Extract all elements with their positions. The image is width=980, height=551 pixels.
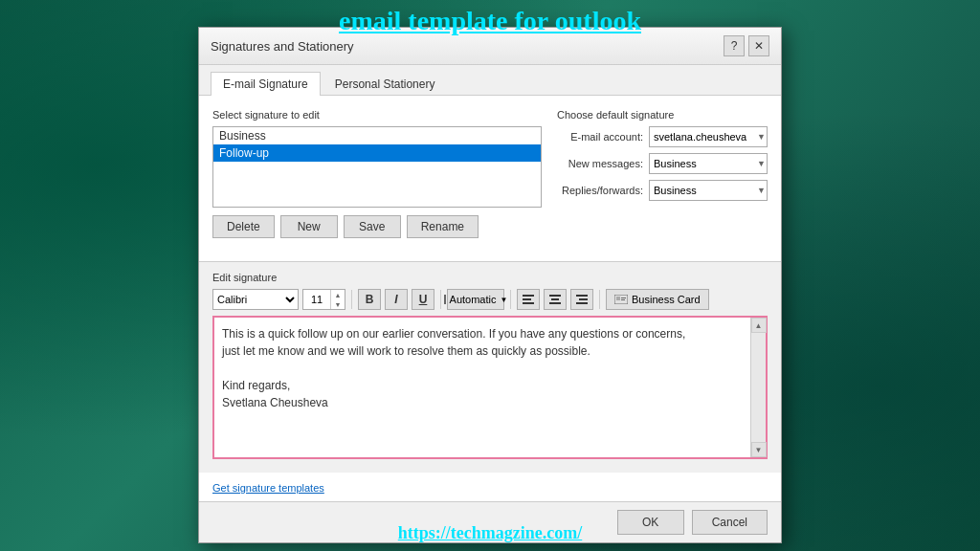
signature-list[interactable]: Business Follow-up xyxy=(212,126,542,208)
replies-select-wrapper: Business ▼ xyxy=(649,180,768,201)
svg-rect-0 xyxy=(523,295,534,297)
svg-rect-4 xyxy=(551,298,559,300)
font-select[interactable]: Calibri xyxy=(212,289,299,310)
biz-card-button[interactable]: Business Card xyxy=(606,289,709,310)
separator-2 xyxy=(440,290,441,309)
new-button[interactable]: New xyxy=(280,215,338,238)
replies-row: Replies/forwards: Business ▼ xyxy=(557,180,768,201)
svg-rect-1 xyxy=(523,298,531,300)
select-sig-label: Select signature to edit xyxy=(212,109,542,121)
sig-item-followup[interactable]: Follow-up xyxy=(213,144,541,162)
svg-rect-2 xyxy=(523,302,534,304)
scroll-track[interactable] xyxy=(751,333,766,442)
get-templates-link[interactable]: Get signature templates xyxy=(212,482,324,494)
email-account-select-wrapper: svetlana.cheusheva ▼ xyxy=(649,126,768,147)
color-swatch xyxy=(444,295,446,304)
replies-label: Replies/forwards: xyxy=(557,185,643,196)
svg-rect-6 xyxy=(576,295,588,297)
format-toolbar: Calibri ▲ ▼ B I U Automatic ▼ xyxy=(212,289,768,310)
email-account-select[interactable]: svetlana.cheusheva xyxy=(649,126,768,147)
biz-card-icon xyxy=(614,295,628,304)
size-down-arrow[interactable]: ▼ xyxy=(331,299,345,309)
biz-card-label: Business Card xyxy=(632,294,701,305)
align-left-button[interactable] xyxy=(517,289,540,310)
rename-button[interactable]: Rename xyxy=(407,215,479,238)
font-color-button[interactable]: Automatic ▼ xyxy=(447,289,504,310)
size-arrows: ▲ ▼ xyxy=(330,290,345,309)
svg-rect-12 xyxy=(621,299,625,300)
svg-rect-5 xyxy=(549,302,561,304)
editor-scrollbar: ▲ ▼ xyxy=(750,318,766,457)
color-arrow: ▼ xyxy=(501,296,508,304)
bold-button[interactable]: B xyxy=(358,289,381,310)
tab-personal-stationery[interactable]: Personal Stationery xyxy=(323,72,448,96)
left-panel: Select signature to edit Business Follow… xyxy=(212,109,542,248)
dialog-backdrop: Signatures and Stationery ? ✕ E-mail Sig… xyxy=(0,0,980,551)
help-button[interactable]: ? xyxy=(724,35,745,56)
sig-item-business[interactable]: Business xyxy=(213,127,541,144)
edit-sig-label: Edit signature xyxy=(212,272,768,283)
align-left-icon xyxy=(523,295,534,304)
svg-rect-8 xyxy=(576,302,588,304)
font-size-input[interactable] xyxy=(303,290,330,309)
scroll-up-arrow[interactable]: ▲ xyxy=(751,318,767,333)
close-button[interactable]: ✕ xyxy=(748,35,769,56)
separator-1 xyxy=(351,290,352,309)
signature-editor[interactable]: This is a quick follow up on our earlier… xyxy=(214,318,750,457)
new-messages-label: New messages: xyxy=(557,158,643,169)
scroll-down-arrow[interactable]: ▼ xyxy=(751,442,767,457)
svg-rect-11 xyxy=(621,298,626,298)
edit-signature-section: Edit signature Calibri ▲ ▼ B I U xyxy=(199,261,781,473)
save-button[interactable]: Save xyxy=(344,215,401,238)
tab-row: E-mail Signature Personal Stationery xyxy=(199,65,781,96)
svg-rect-7 xyxy=(579,298,588,300)
choose-default-label: Choose default signature xyxy=(557,109,768,121)
underline-button[interactable]: U xyxy=(412,289,434,310)
sig-button-row: Delete New Save Rename xyxy=(212,215,542,238)
delete-button[interactable]: Delete xyxy=(212,215,275,238)
tab-email-signature[interactable]: E-mail Signature xyxy=(211,72,321,96)
new-messages-row: New messages: Business ▼ xyxy=(557,153,768,174)
new-messages-select[interactable]: Business xyxy=(649,153,768,174)
dialog-window: Signatures and Stationery ? ✕ E-mail Sig… xyxy=(198,27,782,543)
size-up-arrow[interactable]: ▲ xyxy=(331,290,345,299)
signature-editor-wrapper: This is a quick follow up on our earlier… xyxy=(212,316,768,459)
svg-rect-3 xyxy=(549,295,561,297)
dialog-body: Select signature to edit Business Follow… xyxy=(199,96,781,261)
replies-select[interactable]: Business xyxy=(649,180,768,201)
svg-rect-10 xyxy=(616,297,620,300)
size-select-wrapper: ▲ ▼ xyxy=(302,289,345,310)
dialog-title: Signatures and Stationery xyxy=(211,39,354,54)
right-panel: Choose default signature E-mail account:… xyxy=(557,109,768,248)
align-right-button[interactable] xyxy=(570,289,593,310)
separator-4 xyxy=(599,290,600,309)
page-title: email template for outlook xyxy=(0,6,980,36)
page-url[interactable]: https://techmagzine.com/ xyxy=(0,523,980,543)
email-account-label: E-mail account: xyxy=(557,131,643,143)
color-label: Automatic xyxy=(450,294,497,305)
separator-3 xyxy=(510,290,511,309)
sig-link-row: Get signature templates xyxy=(199,473,781,501)
new-messages-select-wrapper: Business ▼ xyxy=(649,153,768,174)
align-right-icon xyxy=(576,295,588,304)
align-center-icon xyxy=(549,295,561,304)
align-center-button[interactable] xyxy=(544,289,567,310)
italic-button[interactable]: I xyxy=(385,289,408,310)
dialog-controls: ? ✕ xyxy=(724,35,769,56)
email-account-row: E-mail account: svetlana.cheusheva ▼ xyxy=(557,126,768,147)
